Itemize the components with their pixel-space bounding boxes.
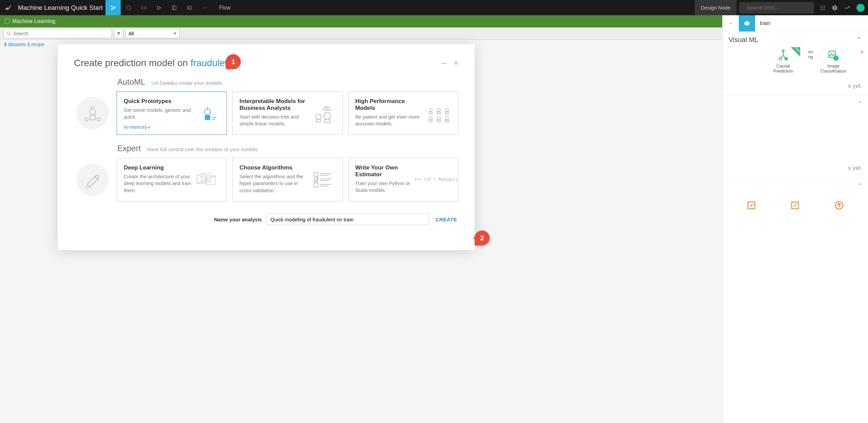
flow-search-input[interactable] <box>13 31 109 36</box>
chevron-up-icon: ⌃ <box>856 36 862 44</box>
flow-tool-icon[interactable] <box>105 0 121 15</box>
filter-select[interactable]: All <box>125 29 180 38</box>
dataset-icon <box>739 15 755 32</box>
svg-line-26 <box>9 34 11 35</box>
visual-ml-header[interactable]: Visual ML ⌃ <box>723 32 868 46</box>
ml-card-truncated-2[interactable]: n <box>852 47 865 49</box>
svg-rect-24 <box>5 19 9 24</box>
dataset-name[interactable]: train <box>755 20 775 26</box>
selection-icon <box>4 18 12 24</box>
new-badge <box>791 47 800 49</box>
circle-tool-icon[interactable] <box>121 0 136 15</box>
svg-point-20 <box>822 9 823 10</box>
ml-options-grid: Causal Prediction es ng Image Classifica… <box>723 46 868 49</box>
svg-point-15 <box>824 5 825 6</box>
apps-grid-icon[interactable] <box>816 0 829 15</box>
svg-point-8 <box>203 7 203 8</box>
panel-collapse-icon[interactable]: → <box>723 20 739 26</box>
svg-point-25 <box>7 32 10 34</box>
global-search[interactable] <box>739 2 814 14</box>
flow-label[interactable]: Flow <box>219 5 231 11</box>
logo-bird-icon[interactable] <box>0 0 15 15</box>
activity-icon[interactable] <box>841 0 853 15</box>
svg-point-17 <box>822 7 823 8</box>
svg-point-16 <box>820 7 821 8</box>
user-avatar[interactable] <box>856 4 865 12</box>
svg-point-18 <box>824 7 825 8</box>
recipe-count: 1 <box>27 42 30 47</box>
svg-point-10 <box>206 7 206 8</box>
book-tool-icon[interactable] <box>166 0 182 15</box>
more-tool-icon[interactable] <box>197 0 212 15</box>
svg-text:?: ? <box>834 5 836 9</box>
ml-card-causal[interactable]: Causal Prediction <box>766 47 800 49</box>
right-panel-header: → train <box>723 15 868 32</box>
ml-card-truncated-1[interactable]: es ng <box>802 47 815 49</box>
ml-card-image[interactable]: Image Classification <box>816 47 850 49</box>
filter-icon[interactable] <box>114 29 123 38</box>
flow-search[interactable] <box>3 29 112 38</box>
global-search-input[interactable] <box>747 5 811 11</box>
svg-point-3 <box>126 6 131 10</box>
dataset-count: 2 <box>4 42 7 47</box>
svg-rect-4 <box>173 6 176 10</box>
svg-point-13 <box>820 5 821 6</box>
project-title[interactable]: Machine Learning Quick Start <box>15 4 105 12</box>
svg-point-19 <box>820 9 821 10</box>
right-panel: → train Visual ML ⌃ Causal Prediction es… <box>722 15 868 49</box>
code-tool-icon[interactable] <box>136 0 151 15</box>
svg-rect-6 <box>188 6 192 9</box>
datasets-link[interactable]: datasets <box>8 42 26 47</box>
top-bar: Machine Learning Quick Start Flow Design… <box>0 0 868 15</box>
svg-point-14 <box>822 5 823 6</box>
play-tool-icon[interactable] <box>151 0 166 15</box>
svg-point-21 <box>824 9 825 10</box>
dashboard-tool-icon[interactable] <box>182 0 197 15</box>
help-icon[interactable]: ? <box>829 0 841 15</box>
recipes-link[interactable]: recipe <box>31 42 44 47</box>
svg-point-9 <box>204 7 205 8</box>
create-prediction-modal: Create prediction model on fraudulent — … <box>58 44 475 49</box>
design-node-label[interactable]: Design Node <box>695 0 736 15</box>
